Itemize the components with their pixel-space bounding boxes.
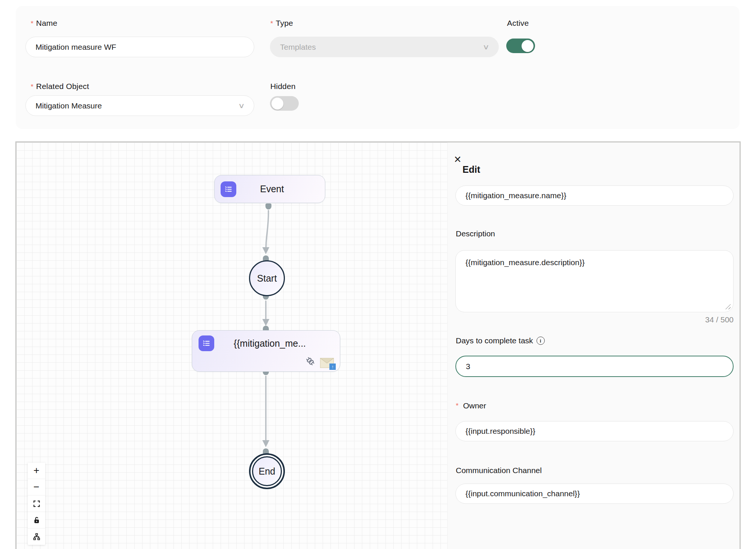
fit-view-button[interactable] — [28, 496, 45, 512]
owner-label: * Owner — [456, 401, 486, 410]
close-icon[interactable]: ✕ — [451, 153, 464, 166]
required-asterisk: * — [270, 19, 273, 27]
task-name-field[interactable] — [455, 185, 734, 206]
plug-icon — [304, 355, 316, 368]
workflow-canvas[interactable]: Event Start {{mitigation_me... — [16, 142, 447, 549]
task-node-label: {{mitigation_me... — [214, 338, 334, 349]
owner-field[interactable] — [455, 421, 734, 441]
description-field[interactable]: {{mitigation_measure.description}} — [455, 250, 734, 312]
related-object-label: *Related Object — [31, 82, 89, 91]
end-node[interactable]: End — [249, 453, 285, 489]
active-toggle[interactable] — [506, 39, 535, 53]
event-node-label: Event — [236, 184, 319, 194]
panel-title: Edit — [462, 164, 480, 175]
start-node[interactable]: Start — [249, 260, 285, 296]
name-label: *Name — [31, 19, 57, 28]
active-label: Active — [507, 19, 529, 28]
upload-arrow-icon: ↑ — [329, 364, 336, 370]
days-input[interactable] — [466, 362, 723, 371]
channel-input[interactable] — [465, 489, 723, 498]
event-node[interactable]: Event — [214, 175, 325, 203]
task-node[interactable]: {{mitigation_me... — [192, 330, 340, 372]
toggle-knob — [522, 40, 534, 52]
channel-field[interactable] — [455, 484, 734, 504]
auto-layout-button[interactable] — [28, 528, 45, 545]
name-field[interactable] — [25, 37, 254, 57]
workflow-settings-card: *Name *Type Templates ∨ Active *Related … — [16, 6, 740, 129]
info-icon[interactable]: i — [537, 337, 545, 345]
description-label: Description — [456, 229, 495, 238]
days-label: Days to complete task i — [456, 336, 545, 345]
end-node-label: End — [259, 466, 275, 477]
end-node-inner: End — [252, 456, 282, 486]
email-icon: ↑ — [320, 358, 334, 368]
zoom-in-button[interactable]: + — [28, 463, 45, 479]
char-counter: 34 / 500 — [455, 315, 734, 324]
name-input[interactable] — [36, 43, 244, 52]
start-node-label: Start — [257, 273, 277, 284]
days-field[interactable] — [455, 356, 734, 377]
channel-label: Communication Channel — [456, 466, 542, 475]
related-object-value: Mitigation Measure — [36, 101, 102, 110]
description-textarea[interactable]: {{mitigation_measure.description}} — [456, 251, 733, 312]
toggle-knob — [271, 98, 283, 110]
chevron-down-icon: ∨ — [483, 43, 490, 51]
type-select[interactable]: Templates ∨ — [270, 37, 499, 57]
hidden-label: Hidden — [270, 82, 296, 91]
hidden-toggle[interactable] — [270, 96, 299, 111]
type-select-value: Templates — [280, 43, 316, 52]
type-label: *Type — [270, 19, 293, 28]
canvas-controls: + − — [28, 463, 45, 545]
edit-panel: ✕ Edit Description {{mitigation_measure.… — [447, 142, 740, 549]
required-asterisk: * — [31, 19, 34, 27]
related-object-select[interactable]: Mitigation Measure ∨ — [25, 95, 254, 116]
owner-input[interactable] — [465, 427, 723, 436]
task-name-input[interactable] — [465, 191, 723, 200]
connector-handle[interactable] — [265, 203, 271, 209]
list-icon — [221, 181, 236, 197]
required-asterisk: * — [456, 402, 458, 410]
workflow-editor: Event Start {{mitigation_me... — [15, 141, 741, 549]
list-icon — [199, 335, 214, 351]
zoom-out-button[interactable]: − — [28, 479, 45, 496]
required-asterisk: * — [31, 83, 34, 91]
unlock-button[interactable] — [28, 512, 45, 528]
chevron-down-icon: ∨ — [238, 101, 245, 110]
